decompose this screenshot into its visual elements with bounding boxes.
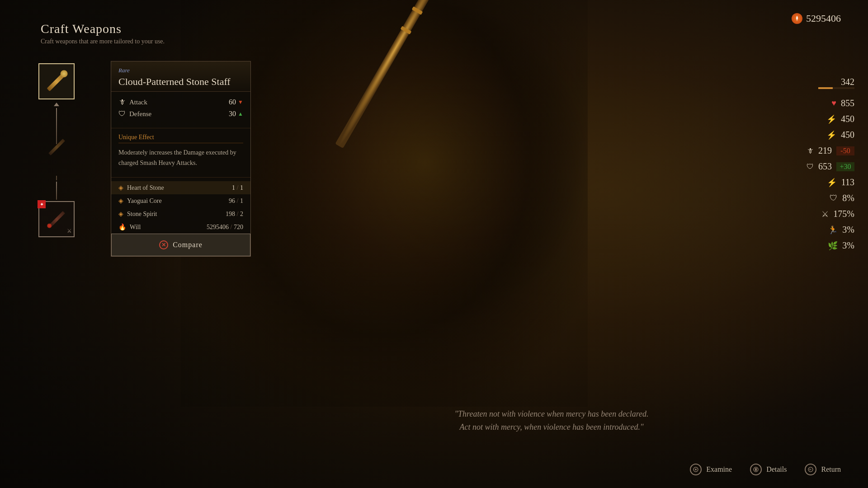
stat-res-value: 8% xyxy=(842,193,854,203)
material-row-4: 🔥 Will 5295406 / 720 xyxy=(111,221,250,234)
stat-stamina2-value: 450 xyxy=(841,130,854,140)
material-1-label: ◈ Heart of Stone xyxy=(118,184,164,192)
material-1-count: 1 / 1 xyxy=(232,184,243,192)
crit-icon: ⚔ xyxy=(821,209,829,219)
stat-attack-right-value: 219 xyxy=(818,145,832,156)
materials-section: ◈ Heart of Stone 1 / 1 ◈ Yaoguai Core 96… xyxy=(111,178,250,234)
stat-attack-value: 60 ▼ xyxy=(229,98,243,106)
item-header: Rare Cloud-Patterned Stone Staff xyxy=(111,61,250,92)
material-2-label: ◈ Yaoguai Core xyxy=(118,197,162,205)
stamina2-icon: ⚡ xyxy=(826,130,836,140)
material-row-3: ◈ Stone Spirit 198 / 2 xyxy=(111,207,250,221)
stat-attack-right-row: 🗡 219 -50 xyxy=(807,145,854,156)
examine-label: Examine xyxy=(706,465,732,474)
unique-effect-label: Unique Effect xyxy=(118,134,243,143)
page-title: Craft Weapons xyxy=(41,22,165,36)
item-name: Cloud-Patterned Stone Staff xyxy=(118,76,243,88)
currency-display: 5295406 xyxy=(792,13,841,24)
svg-point-8 xyxy=(695,469,697,470)
material-3-count: 198 / 2 xyxy=(226,211,243,218)
level-progress-bar xyxy=(818,87,854,89)
item-stats: 🗡 Attack 60 ▼ 🛡 Defense 30 ▲ xyxy=(111,92,250,128)
stat-defense-right-value: 653 xyxy=(818,161,832,172)
res-icon: 🛡 xyxy=(830,193,838,203)
unique-effect-section: Unique Effect Moderately increases the D… xyxy=(111,128,250,178)
compare-button[interactable]: ✕ Compare xyxy=(111,234,250,256)
material-4-label: 🔥 Will xyxy=(118,223,141,231)
slot-badge-icon: ✦ xyxy=(40,202,44,207)
details-button[interactable]: Details xyxy=(750,464,787,475)
material-4-count: 5295406 / 720 xyxy=(207,224,243,231)
stat-crit-value: 175% xyxy=(833,209,854,219)
details-label: Details xyxy=(766,465,787,474)
material-3-label: ◈ Stone Spirit xyxy=(118,210,157,218)
material-1-icon: ◈ xyxy=(118,184,123,192)
stat-stamina1-row: ⚡ 450 xyxy=(826,114,854,124)
defense-up-arrow: ▲ xyxy=(238,111,243,117)
material-row-1: ◈ Heart of Stone 1 / 1 xyxy=(111,181,250,194)
bottom-quote: "Threaten not with violence when mercy h… xyxy=(271,408,832,434)
defense-right-icon: 🛡 xyxy=(807,163,814,171)
page-title-section: Craft Weapons Craft weapons that are mor… xyxy=(41,22,165,45)
compare-button-icon: ✕ xyxy=(159,240,168,249)
attack-down-arrow: ▼ xyxy=(238,99,243,106)
defense-icon: 🛡 xyxy=(118,110,126,118)
attack-diff: -50 xyxy=(836,146,854,155)
stat-luck-value: 3% xyxy=(842,240,854,251)
details-circle-icon xyxy=(750,464,762,475)
item-panel: Rare Cloud-Patterned Stone Staff 🗡 Attac… xyxy=(111,61,251,257)
connector-line-2 xyxy=(56,182,57,200)
stat-defense-right-row: 🛡 653 +30 xyxy=(807,161,854,172)
stat-res-row: 🛡 8% xyxy=(830,193,854,203)
defense-diff: +30 xyxy=(836,162,854,171)
stat-hp-value: 855 xyxy=(841,98,854,108)
speed-icon: ⚡ xyxy=(827,178,837,188)
connector-arrow-up xyxy=(54,103,59,106)
movespeed-icon: 🏃 xyxy=(828,225,838,235)
luck-icon: 🌿 xyxy=(828,241,838,251)
currency-value: 5295406 xyxy=(806,13,841,24)
unique-effect-text: Moderately increases the Damage executed… xyxy=(118,148,243,168)
quote-line-1: "Threaten not with violence when mercy h… xyxy=(271,408,832,421)
weapon-slot-2[interactable]: ✦ ⚔ xyxy=(38,201,75,237)
page-subtitle: Craft weapons that are more tailored to … xyxy=(41,38,165,45)
hp-icon: ♥ xyxy=(831,99,836,108)
stat-attack-label: 🗡 Attack xyxy=(118,98,147,106)
return-button[interactable]: Return xyxy=(805,464,841,475)
stat-defense-value: 30 ▲ xyxy=(229,110,243,118)
stat-stamina1-value: 450 xyxy=(841,114,854,124)
stat-movespeed-row: 🏃 3% xyxy=(828,225,854,235)
material-2-count: 96 / 1 xyxy=(229,197,243,205)
connector-line-1 xyxy=(56,108,57,144)
bottom-actions: Examine Details Return xyxy=(690,464,841,475)
stat-luck-row: 🌿 3% xyxy=(828,240,854,251)
examine-button[interactable]: Examine xyxy=(690,464,732,475)
item-rarity: Rare xyxy=(118,67,243,74)
svg-rect-10 xyxy=(755,468,757,471)
material-row-2: ◈ Yaoguai Core 96 / 1 xyxy=(111,194,250,207)
examine-circle-icon xyxy=(690,464,702,475)
stat-hp-row: ♥ 855 xyxy=(831,98,854,108)
currency-icon xyxy=(792,13,802,24)
quote-line-2: Act not with mercy, when violence has be… xyxy=(271,421,832,434)
material-2-icon: ◈ xyxy=(118,197,123,205)
stat-speed-value: 113 xyxy=(841,177,854,188)
material-4-icon: 🔥 xyxy=(118,223,126,231)
stat-defense-row: 🛡 Defense 30 ▲ xyxy=(118,110,243,118)
stat-stamina2-row: ⚡ 450 xyxy=(826,130,854,140)
weapon-slot-1[interactable] xyxy=(38,63,75,99)
stat-speed-row: ⚡ 113 xyxy=(827,177,854,188)
return-circle-icon xyxy=(805,464,816,475)
attack-icon: 🗡 xyxy=(118,98,126,106)
stat-defense-label: 🛡 Defense xyxy=(118,110,151,118)
stat-attack-row: 🗡 Attack 60 ▼ xyxy=(118,98,243,106)
character-level: 342 xyxy=(841,77,854,87)
stat-movespeed-value: 3% xyxy=(842,225,854,235)
material-3-icon: ◈ xyxy=(118,210,123,218)
right-stats-panel: 342 ♥ 855 ⚡ 450 ⚡ 450 🗡 219 -50 🛡 xyxy=(807,77,854,251)
stat-crit-row: ⚔ 175% xyxy=(821,209,854,219)
attack-right-icon: 🗡 xyxy=(807,147,814,155)
weapon-list: ✦ ⚔ xyxy=(38,63,75,237)
return-label: Return xyxy=(821,465,841,474)
stamina1-icon: ⚡ xyxy=(826,114,836,124)
